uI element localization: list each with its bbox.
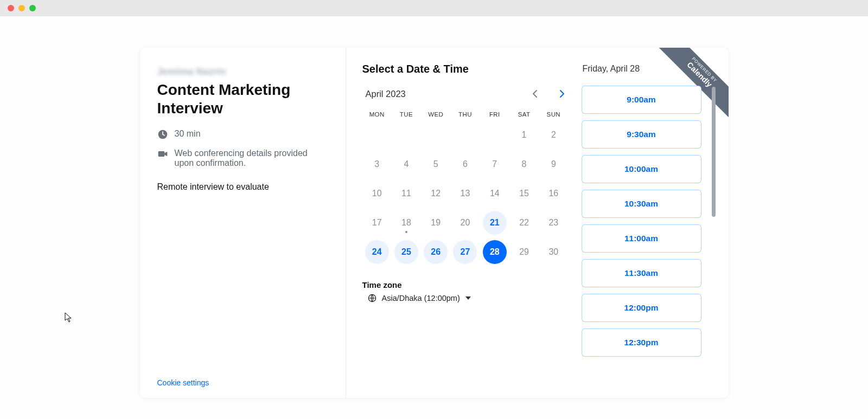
timezone-value: Asia/Dhaka (12:00pm) xyxy=(382,294,460,302)
time-slot[interactable]: 11:30am xyxy=(582,259,701,287)
globe-icon xyxy=(368,294,376,302)
location-row: Web conferencing details provided upon c… xyxy=(157,149,328,168)
calendar-day: 23 xyxy=(541,211,565,235)
clock-icon xyxy=(157,129,168,140)
calendar-column: Select a Date & Time April 2023 MONTUEWE… xyxy=(362,63,569,387)
calendar-day: 9 xyxy=(541,152,565,176)
calendar-day: 8 xyxy=(512,152,536,176)
selected-date-label: Friday, April 28 xyxy=(582,64,718,74)
times-scrollbar[interactable] xyxy=(712,87,716,217)
event-panel: Jemima Nazrin Content Marketing Intervie… xyxy=(140,48,346,398)
calendar-day: 7 xyxy=(483,152,507,176)
calendar-day: 15 xyxy=(512,182,536,205)
weekday-label: WED xyxy=(421,111,450,118)
calendar-day: 16 xyxy=(541,182,565,205)
location-text: Web conferencing details provided upon c… xyxy=(175,149,328,168)
calendar-day: 10 xyxy=(365,182,389,205)
calendar-day: 14 xyxy=(483,182,507,205)
calendar-day: 17 xyxy=(365,211,389,235)
calendar-day: 30 xyxy=(541,240,565,264)
weekday-label: MON xyxy=(362,111,392,118)
calendar-day: 13 xyxy=(453,182,477,205)
calendar-day: 12 xyxy=(424,182,448,205)
calendar-day: 29 xyxy=(512,240,536,264)
calendar-day-selected[interactable]: 28 xyxy=(483,240,507,264)
chevron-left-icon xyxy=(532,89,538,98)
timezone-selector[interactable]: Asia/Dhaka (12:00pm) xyxy=(362,294,569,302)
timezone-heading: Time zone xyxy=(362,280,569,289)
time-slot[interactable]: 12:30pm xyxy=(582,328,701,357)
event-description: Remote interview to evaluate xyxy=(157,182,328,192)
calendar-day: 11 xyxy=(394,182,418,205)
calendar-day-available[interactable]: 26 xyxy=(424,240,448,264)
calendar-grid: 1234567891011121314151617181920212223242… xyxy=(362,123,569,264)
time-slot[interactable]: 9:30am xyxy=(582,120,701,149)
time-slot[interactable]: 11:00am xyxy=(582,224,701,253)
minimize-window-button[interactable] xyxy=(18,5,25,11)
calendar-day-available[interactable]: 21 xyxy=(483,211,507,235)
calendar-day-available[interactable]: 25 xyxy=(394,240,418,264)
calendar-day: 3 xyxy=(365,152,389,176)
event-title: Content Marketing Interview xyxy=(157,81,328,117)
host-name: Jemima Nazrin xyxy=(157,66,328,78)
zoom-window-button[interactable] xyxy=(29,5,36,11)
cookie-settings-link[interactable]: Cookie settings xyxy=(157,378,328,387)
weekday-label: SAT xyxy=(509,111,539,118)
chevron-right-icon xyxy=(559,89,565,98)
calendar-day: 20 xyxy=(453,211,477,235)
time-slot[interactable]: 10:30am xyxy=(582,190,701,218)
calendar-day: 18 xyxy=(394,211,418,235)
times-column: Friday, April 28 9:00am9:30am10:00am10:3… xyxy=(582,63,718,387)
time-slot[interactable]: 10:00am xyxy=(582,155,701,183)
calendar-day: 2 xyxy=(541,123,565,147)
duration-text: 30 min xyxy=(175,129,201,139)
weekday-header: MONTUEWEDTHUFRISATSUN xyxy=(362,111,569,118)
svg-rect-1 xyxy=(158,151,164,157)
calendar-day-available[interactable]: 24 xyxy=(365,240,389,264)
calendar-day-available[interactable]: 27 xyxy=(453,240,477,264)
time-slot[interactable]: 9:00am xyxy=(582,86,701,114)
video-icon xyxy=(157,149,168,159)
duration-row: 30 min xyxy=(157,129,328,140)
availability-panel: Select a Date & Time April 2023 MONTUEWE… xyxy=(346,48,729,398)
weekday-label: SUN xyxy=(539,111,568,118)
prev-month-button[interactable] xyxy=(528,87,541,100)
times-scroll: 9:00am9:30am10:00am10:30am11:00am11:30am… xyxy=(582,86,718,387)
weekday-label: THU xyxy=(450,111,480,118)
weekday-label: TUE xyxy=(392,111,421,118)
weekday-label: FRI xyxy=(480,111,509,118)
booking-card: POWERED BY Calendly Jemima Nazrin Conten… xyxy=(140,48,729,398)
calendar-day: 5 xyxy=(424,152,448,176)
today-indicator-icon xyxy=(405,231,407,233)
calendar-day: 1 xyxy=(512,123,536,147)
current-month-label: April 2023 xyxy=(366,89,406,99)
next-month-button[interactable] xyxy=(556,87,569,100)
calendar-day: 4 xyxy=(394,152,418,176)
select-date-heading: Select a Date & Time xyxy=(362,63,569,75)
caret-down-icon xyxy=(465,296,471,300)
close-window-button[interactable] xyxy=(8,5,14,11)
calendar-day: 6 xyxy=(453,152,477,176)
time-slot[interactable]: 12:00pm xyxy=(582,294,701,322)
calendar-day: 22 xyxy=(512,211,536,235)
calendar-day: 19 xyxy=(424,211,448,235)
window-titlebar xyxy=(0,0,868,16)
